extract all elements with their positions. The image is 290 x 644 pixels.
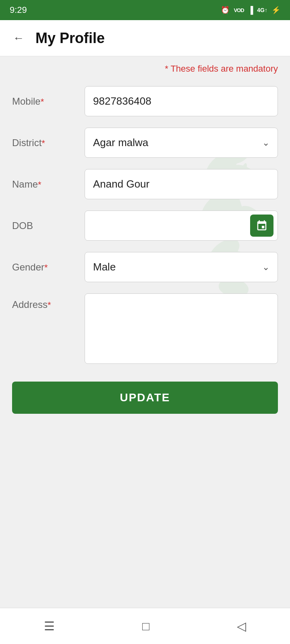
- district-value: Agar malwa: [93, 136, 148, 149]
- address-input-wrap: [85, 293, 278, 365]
- mobile-input-wrap: [85, 86, 278, 116]
- name-row: Name*: [12, 169, 278, 199]
- top-bar: ← My Profile: [0, 20, 290, 56]
- 4g-icon: 4G↑: [257, 7, 267, 13]
- gender-label: Gender*: [12, 262, 77, 273]
- district-row: District* Agar malwa ⌄: [12, 128, 278, 158]
- status-time: 9:29: [10, 5, 27, 15]
- status-icons: ⏰ VOD ▐ 4G↑ ⚡: [221, 6, 280, 14]
- back-nav-icon[interactable]: ◁: [225, 615, 258, 637]
- dob-input-wrap: [85, 211, 278, 241]
- district-chevron-icon: ⌄: [262, 138, 269, 148]
- bottom-nav: ☰ □ ◁: [0, 608, 290, 644]
- dob-row: DOB: [12, 211, 278, 241]
- alarm-icon: ⏰: [221, 6, 230, 14]
- mandatory-note: * These fields are mandatory: [0, 56, 290, 78]
- gender-select[interactable]: Male ⌄: [85, 252, 278, 282]
- gender-value: Male: [93, 261, 116, 273]
- dob-label: DOB: [12, 220, 77, 231]
- content-area: * These fields are mandatory Mobile* Dis…: [0, 56, 290, 608]
- update-button[interactable]: UPDATE: [12, 382, 278, 414]
- home-icon[interactable]: □: [130, 615, 162, 637]
- gender-row: Gender* Male ⌄: [12, 252, 278, 282]
- address-textarea[interactable]: [85, 293, 278, 364]
- profile-form: Mobile* District* Agar malwa ⌄ Name*: [0, 78, 290, 378]
- mobile-label: Mobile*: [12, 96, 77, 107]
- mobile-input[interactable]: [85, 86, 278, 116]
- status-bar: 9:29 ⏰ VOD ▐ 4G↑ ⚡: [0, 0, 290, 20]
- address-row: Address*: [12, 293, 278, 365]
- mobile-row: Mobile*: [12, 86, 278, 116]
- gender-chevron-icon: ⌄: [262, 262, 269, 272]
- back-button[interactable]: ←: [10, 29, 27, 48]
- signal-icon: ▐: [248, 6, 253, 14]
- name-input[interactable]: [85, 169, 278, 199]
- address-label: Address*: [12, 293, 77, 310]
- dob-field[interactable]: [85, 211, 278, 241]
- name-label: Name*: [12, 179, 77, 190]
- calendar-icon: [256, 220, 268, 232]
- district-label: District*: [12, 137, 77, 149]
- name-input-wrap: [85, 169, 278, 199]
- vod-icon: VOD: [234, 7, 244, 13]
- page-title: My Profile: [35, 30, 105, 47]
- update-button-wrap: UPDATE: [0, 378, 290, 426]
- district-select[interactable]: Agar malwa ⌄: [85, 128, 278, 158]
- calendar-button[interactable]: [250, 215, 273, 237]
- district-select-wrap: Agar malwa ⌄: [85, 128, 278, 158]
- menu-icon[interactable]: ☰: [32, 615, 67, 637]
- battery-icon: ⚡: [271, 6, 280, 14]
- gender-select-wrap: Male ⌄: [85, 252, 278, 282]
